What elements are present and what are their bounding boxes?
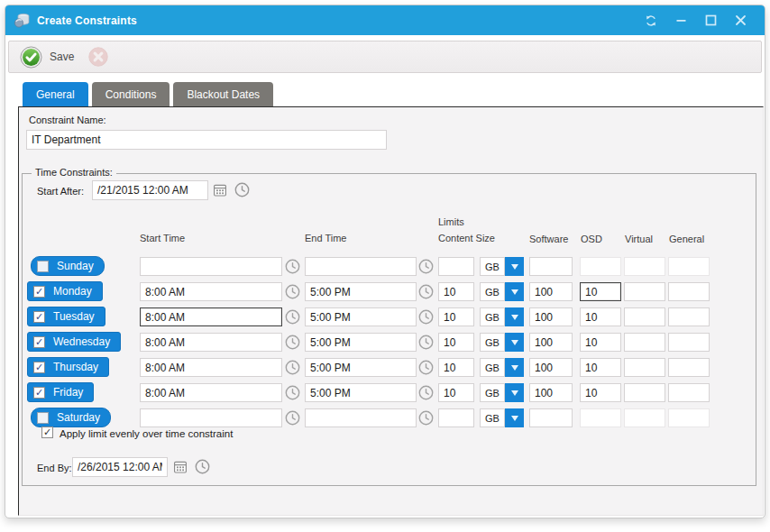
osd-limit-input-thursday[interactable] [580,358,621,377]
start-time-clock-icon-tuesday[interactable] [284,308,300,325]
start-time-input-wednesday[interactable] [140,333,282,352]
unit-dropdown-button-thursday[interactable] [505,358,524,377]
end-time-input-saturday[interactable] [305,408,417,427]
content-size-input-tuesday[interactable] [438,307,474,326]
end-time-clock-icon-saturday[interactable] [417,409,434,426]
day-toggle-tuesday[interactable]: Tuesday [27,307,105,326]
unit-select-monday[interactable]: GB [480,282,505,301]
unit-select-thursday[interactable]: GB [480,358,505,377]
content-size-input-friday[interactable] [438,383,474,402]
tab-blackout-dates[interactable]: Blackout Dates [173,82,273,106]
close-icon[interactable] [734,14,747,27]
end-time-clock-icon-sunday[interactable] [417,258,434,274]
general-limit-input-wednesday[interactable] [668,333,710,352]
refresh-icon[interactable] [645,14,657,27]
end-time-input-thursday[interactable] [305,358,417,377]
virtual-limit-input-wednesday[interactable] [624,333,665,352]
end-by-clock-icon[interactable] [194,458,210,474]
osd-limit-input-tuesday[interactable] [580,307,621,326]
unit-select-sunday[interactable]: GB [480,257,505,276]
day-toggle-wednesday[interactable]: Wednesday [27,332,121,352]
end-time-input-tuesday[interactable] [305,307,417,326]
osd-limit-input-friday[interactable] [580,383,621,402]
end-time-clock-icon-wednesday[interactable] [417,334,434,350]
tab-conditions[interactable]: Conditions [92,82,170,106]
start-time-input-saturday[interactable] [140,408,282,427]
end-time-clock-icon-friday[interactable] [417,384,434,400]
software-limit-input-saturday[interactable] [529,408,573,427]
osd-limit-input-wednesday[interactable] [580,333,621,352]
unit-select-friday[interactable]: GB [480,383,505,402]
unit-dropdown-button-saturday[interactable] [505,408,524,427]
start-time-clock-icon-monday[interactable] [284,283,300,299]
start-time-clock-icon-saturday[interactable] [284,409,300,426]
end-by-calendar-icon[interactable] [172,459,188,475]
day-toggle-saturday[interactable]: Saturday [31,408,111,427]
tab-general[interactable]: General [23,82,88,106]
day-toggle-monday[interactable]: Monday [27,281,103,301]
content-size-input-thursday[interactable] [438,358,474,377]
start-time-clock-icon-friday[interactable] [284,384,300,400]
end-time-clock-icon-thursday[interactable] [417,359,434,375]
start-time-input-thursday[interactable] [140,358,282,377]
unit-select-saturday[interactable]: GB [480,408,505,427]
start-time-clock-icon-wednesday[interactable] [284,334,300,350]
virtual-limit-input-saturday[interactable] [624,408,665,427]
software-limit-input-friday[interactable] [529,383,573,402]
start-after-input[interactable] [92,180,208,200]
virtual-limit-input-friday[interactable] [624,383,665,402]
day-toggle-thursday[interactable]: Thursday [27,357,109,377]
end-time-clock-icon-tuesday[interactable] [417,308,434,325]
start-time-input-friday[interactable] [140,383,282,402]
general-limit-input-sunday[interactable] [668,257,710,276]
general-limit-input-monday[interactable] [668,282,710,301]
unit-dropdown-button-wednesday[interactable] [505,333,524,352]
virtual-limit-input-sunday[interactable] [624,257,665,276]
end-time-input-monday[interactable] [305,282,417,301]
start-time-input-tuesday[interactable] [140,307,282,326]
day-toggle-sunday[interactable]: Sunday [31,256,105,276]
end-by-input[interactable] [72,457,168,477]
cancel-circle-icon[interactable] [88,47,108,67]
unit-dropdown-button-monday[interactable] [505,282,524,301]
apply-limit-checkbox[interactable] [41,427,53,438]
unit-dropdown-button-tuesday[interactable] [505,307,524,326]
software-limit-input-sunday[interactable] [529,257,573,276]
general-limit-input-tuesday[interactable] [668,307,710,326]
end-time-input-friday[interactable] [305,383,417,402]
day-toggle-friday[interactable]: Friday [27,382,94,402]
constraint-name-input[interactable] [26,130,387,150]
general-limit-input-friday[interactable] [668,383,710,402]
virtual-limit-input-thursday[interactable] [624,358,665,377]
start-after-clock-icon[interactable] [234,181,250,197]
end-time-clock-icon-monday[interactable] [417,283,434,299]
virtual-limit-input-tuesday[interactable] [624,307,665,326]
general-limit-input-saturday[interactable] [668,408,710,427]
general-limit-input-thursday[interactable] [668,358,710,377]
start-after-calendar-icon[interactable] [212,182,228,198]
unit-select-tuesday[interactable]: GB [480,307,505,326]
minimize-icon[interactable] [674,14,687,27]
start-time-input-monday[interactable] [140,282,282,301]
software-limit-input-thursday[interactable] [529,358,573,377]
content-size-input-saturday[interactable] [438,408,474,427]
end-time-input-wednesday[interactable] [305,333,417,352]
start-time-clock-icon-thursday[interactable] [284,359,300,375]
unit-dropdown-button-friday[interactable] [505,383,524,402]
software-limit-input-wednesday[interactable] [529,333,573,352]
save-button[interactable]: Save [20,46,74,69]
start-time-clock-icon-sunday[interactable] [284,258,300,274]
osd-limit-input-saturday[interactable] [580,408,621,427]
software-limit-input-tuesday[interactable] [529,307,573,326]
virtual-limit-input-monday[interactable] [624,282,665,301]
content-size-input-monday[interactable] [438,282,474,301]
osd-limit-input-sunday[interactable] [580,257,621,276]
content-size-input-wednesday[interactable] [438,333,474,352]
osd-limit-input-monday[interactable] [580,282,621,301]
software-limit-input-monday[interactable] [529,282,573,301]
end-time-input-sunday[interactable] [305,257,417,276]
content-size-input-sunday[interactable] [438,257,474,276]
unit-select-wednesday[interactable]: GB [480,333,505,352]
maximize-icon[interactable] [704,14,717,27]
unit-dropdown-button-sunday[interactable] [505,257,524,276]
